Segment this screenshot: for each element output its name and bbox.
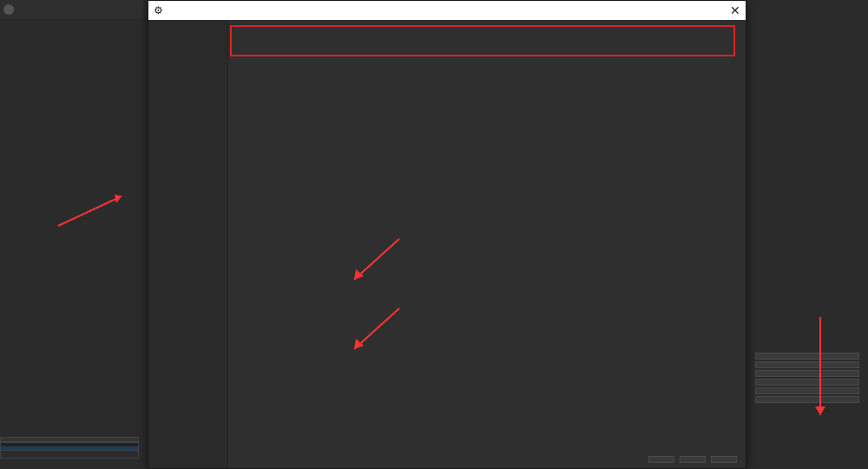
start-virtual-camera-button[interactable] [755,370,859,377]
cancel-button[interactable] [680,456,706,463]
studio-mode-button[interactable] [755,379,859,386]
start-recording-button[interactable] [755,361,859,368]
scene-item[interactable] [1,446,138,450]
window-close-icon[interactable] [833,0,858,17]
settings-titlebar: ⚙ ✕ [148,1,746,20]
section-desktop-audio [228,62,737,72]
apply-button[interactable] [711,456,737,463]
svg-marker-7 [815,406,825,415]
settings-content[interactable] [228,20,746,468]
arrow-to-hotkeys [54,191,132,230]
window-min-icon[interactable] [750,0,774,17]
svg-line-0 [58,196,122,226]
settings-button[interactable] [755,387,859,394]
scenes-buttons [0,451,139,459]
settings-nav [148,20,228,468]
window-controls [738,0,868,17]
scenes-panel [0,437,139,459]
section-scene2 [233,41,732,51]
settings-footer [648,456,737,463]
controls-panel [755,347,859,403]
close-icon[interactable]: ✕ [730,3,740,17]
svg-marker-1 [115,195,122,203]
obs-titlebar [0,0,143,19]
scenes-list[interactable] [0,442,139,451]
exit-button[interactable] [755,396,859,403]
gear-icon: ⚙ [154,4,163,17]
ok-button[interactable] [648,456,674,463]
start-streaming-button[interactable] [755,353,859,360]
obs-menubar[interactable] [0,19,143,35]
section-scene [233,30,732,41]
settings-dialog: ⚙ ✕ [148,0,746,469]
window-max-icon[interactable] [792,0,816,17]
obs-logo-icon [3,4,14,15]
controls-header [755,347,859,351]
highlight-box [230,25,735,56]
